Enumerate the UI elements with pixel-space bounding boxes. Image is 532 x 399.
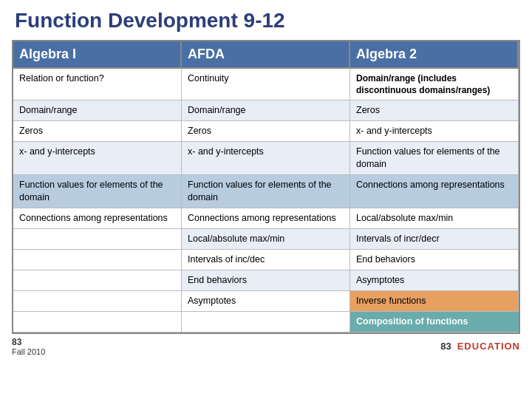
- header-alg1: Algebra I: [13, 41, 182, 69]
- cell-r6-afda: Local/absolute max/min: [182, 229, 350, 250]
- cell-r2-afda: Zeros: [182, 121, 350, 142]
- cell-r8-alg1: [13, 270, 182, 291]
- cell-r0-alg1: Relation or function?: [13, 69, 182, 100]
- header-alg2: Algebra 2: [350, 41, 519, 69]
- main-table: Algebra I AFDA Algebra 2 Relation or fun…: [12, 40, 520, 334]
- cell-r4-alg1: Function values for elements of the doma…: [13, 175, 182, 208]
- cell-r3-alg2: Function values for elements of the doma…: [350, 142, 519, 175]
- header-afda: AFDA: [182, 41, 350, 69]
- cell-r6-alg2: Intervals of incr/decr: [350, 229, 519, 250]
- cell-r1-afda: Domain/range: [182, 100, 350, 121]
- cell-r4-afda: Function values for elements of the doma…: [182, 175, 350, 208]
- footer-page-left: 83: [12, 337, 45, 347]
- cell-r4-alg2: Connections among representations: [350, 175, 519, 208]
- cell-r8-afda: End behaviors: [182, 270, 350, 291]
- cell-r3-alg1: x- and y-intercepts: [13, 142, 182, 175]
- cell-r2-alg2: x- and y-intercepts: [350, 121, 519, 142]
- cell-r2-alg1: Zeros: [13, 121, 182, 142]
- page: Function Development 9-12 Algebra I AFDA…: [0, 0, 532, 399]
- cell-r1-alg1: Domain/range: [13, 100, 182, 121]
- cell-r0-afda: Continuity: [182, 69, 350, 100]
- cell-r10-afda: [182, 312, 350, 332]
- cell-r9-alg1: [13, 291, 182, 312]
- cell-r5-alg2: Local/absolute max/min: [350, 208, 519, 229]
- footer-page-right: 83: [440, 341, 451, 352]
- cell-r10-alg1: [13, 312, 182, 332]
- cell-r8-alg2: Asymptotes: [350, 270, 519, 291]
- footer-term-left: Fall 2010: [12, 347, 45, 356]
- cell-r7-alg2: End behaviors: [350, 250, 519, 270]
- footer-logo: EDUCATION: [457, 341, 520, 352]
- cell-r7-alg1: [13, 250, 182, 270]
- footer-left: 83 Fall 2010: [12, 337, 45, 356]
- cell-r5-afda: Connections among representations: [182, 208, 350, 229]
- cell-r3-afda: x- and y-intercepts: [182, 142, 350, 175]
- footer-right: 83 EDUCATION: [440, 341, 520, 352]
- cell-r0-alg2: Domain/range (includes discontinuous dom…: [350, 69, 519, 100]
- page-title: Function Development 9-12: [12, 9, 520, 33]
- cell-r10-alg2: Composition of functions: [350, 312, 519, 332]
- cell-r1-alg2: Zeros: [350, 100, 519, 121]
- cell-r5-alg1: Connections among representations: [13, 208, 182, 229]
- cell-r6-alg1: [13, 229, 182, 250]
- cell-r9-alg2: Inverse functions: [350, 291, 519, 312]
- cell-r7-afda: Intervals of inc/dec: [182, 250, 350, 270]
- footer: 83 Fall 2010 83 EDUCATION: [12, 334, 520, 356]
- cell-r9-afda: Asymptotes: [182, 291, 350, 312]
